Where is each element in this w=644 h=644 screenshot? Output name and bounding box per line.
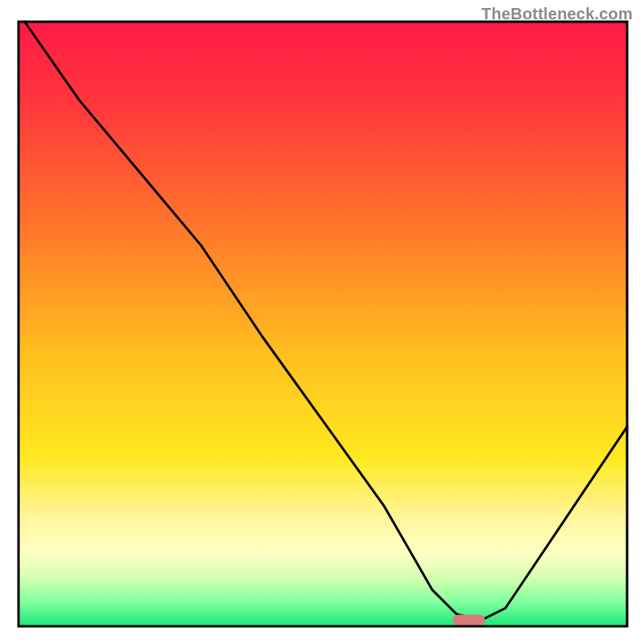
plot-background [19, 22, 627, 626]
watermark-label: TheBottleneck.com [481, 5, 633, 23]
chart-container: TheBottleneck.com [0, 0, 644, 644]
bottleneck-chart [0, 0, 644, 644]
optimal-marker [452, 614, 485, 625]
